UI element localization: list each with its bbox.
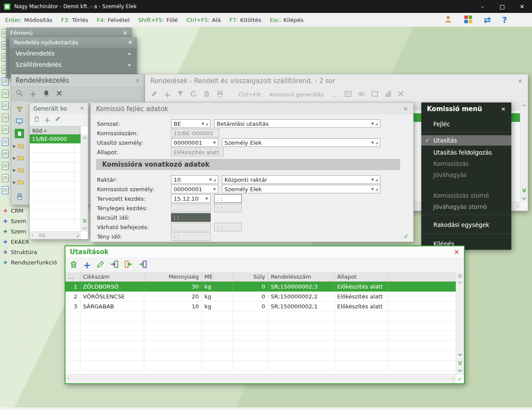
column-header[interactable]: Súly (233, 272, 268, 282)
dock-module-icon[interactable] (2, 114, 9, 122)
scroll-page-down-icon[interactable] (456, 360, 464, 365)
user-icon[interactable] (444, 15, 453, 25)
menu-item-utasitas-feldolgozas[interactable]: Utasítás feldolgozás (421, 147, 511, 158)
add-icon[interactable]: + (44, 115, 50, 124)
horizontal-scrollbar[interactable]: ‹ › (65, 374, 456, 383)
expand-arrow-icon[interactable]: ▶ (13, 168, 16, 172)
empty-row[interactable] (30, 219, 81, 229)
add-icon[interactable]: + (29, 89, 37, 99)
scrollbar-grip[interactable] (39, 233, 45, 237)
preview-eye-icon[interactable] (358, 90, 365, 99)
detail-corner-icon[interactable]: ◢ (375, 187, 378, 191)
add-icon[interactable]: + (164, 90, 171, 100)
module-item-rendszerfunkciok[interactable]: Rendszerfunkció (3, 258, 57, 267)
column-header[interactable]: Állapot (334, 272, 388, 282)
dock-module-icon[interactable] (2, 102, 9, 110)
dropdown-icon[interactable]: ▼ (202, 122, 204, 126)
rendelesek-titlebar[interactable]: Rendelések - Rendelt és visszaigazolt sz… (145, 75, 528, 87)
close-icon[interactable]: ✕ (123, 30, 128, 36)
dropdown-icon[interactable]: ▼ (209, 178, 212, 182)
scroll-down-icon[interactable] (520, 197, 528, 201)
table-row[interactable] (65, 351, 456, 361)
tools-icon[interactable] (398, 90, 404, 99)
delete-icon[interactable] (69, 260, 78, 270)
scroll-left-icon[interactable]: ‹ (31, 232, 34, 238)
scroll-end-icon[interactable] (456, 369, 464, 373)
horizontal-scrollbar[interactable]: ‹ ✓ (30, 231, 81, 239)
column-header[interactable]: ... (65, 272, 80, 282)
empty-row[interactable] (30, 143, 81, 153)
komissiozo-code-combo[interactable]: 00000001▼ (171, 185, 218, 193)
utasito-name-combo[interactable]: Személy Elek▼◢ (222, 138, 380, 147)
filter-icon[interactable] (15, 105, 24, 114)
empty-row[interactable] (30, 181, 81, 191)
dock-module-icon[interactable] (2, 162, 9, 170)
dropdown-icon[interactable]: ▼ (213, 187, 216, 191)
column-header[interactable]: Rendelésszám (268, 272, 334, 282)
scroll-up-icon[interactable] (81, 136, 88, 139)
column-header[interactable]: Mennyiség (144, 272, 202, 282)
edit-icon[interactable] (54, 115, 61, 124)
search-icon[interactable] (16, 89, 23, 99)
shortcut-esc-kilepes[interactable]: Esc:Kilépés (270, 17, 303, 23)
raktar-code-combo[interactable]: 10▼◢ (171, 175, 218, 184)
tree-folder-node[interactable]: ▶ (13, 179, 24, 186)
empty-row[interactable] (30, 153, 81, 162)
table-row[interactable] (65, 341, 456, 351)
column-header[interactable]: Cikkszám (80, 272, 144, 282)
vertical-scrollbar[interactable] (81, 134, 88, 232)
tree-folder-node[interactable]: ▶ (13, 143, 24, 149)
print-icon[interactable] (216, 90, 224, 99)
module-item-szem-2[interactable]: Szem (3, 227, 26, 236)
utasitasok-titlebar[interactable]: Utasítások ✕ (65, 246, 464, 258)
dropdown-icon[interactable]: ▼ (213, 141, 216, 145)
shortcut-f4-felvetel[interactable]: F4:Felvétel (97, 17, 130, 23)
monitor-icon[interactable] (15, 117, 24, 126)
table-row[interactable] (65, 361, 456, 371)
dropdown-icon[interactable]: ▼ (205, 197, 208, 201)
dialog-titlebar[interactable]: Komissió fejléc adatok ✕ (91, 103, 413, 115)
shortcut-ctrlf5-ala[interactable]: Ctrl+F5:Alá (187, 17, 221, 23)
scroll-up-icon[interactable] (456, 281, 464, 284)
expand-arrow-icon[interactable]: ▶ (13, 144, 16, 148)
scroll-down-icon[interactable] (456, 353, 464, 357)
empty-row[interactable] (30, 191, 81, 200)
tree-folder-node[interactable]: ▶ (13, 155, 24, 162)
scroll-page-up-icon[interactable] (456, 274, 464, 279)
table-row[interactable]: 1 ZÖLDBORSÓ 30 kg 0 SR;150000002;3 Előké… (65, 282, 456, 292)
confirm-check-icon[interactable]: ✓ (76, 233, 80, 239)
tools-icon[interactable] (56, 90, 62, 98)
scroll-right-icon[interactable]: › (516, 203, 519, 209)
dropdown-icon[interactable]: ▼ (371, 122, 374, 126)
detail-corner-icon[interactable]: ◢ (375, 178, 378, 182)
dropdown-icon[interactable]: ▼ (371, 141, 374, 145)
tervezett-ido-field[interactable]: : : (214, 194, 242, 203)
vertical-scrollbar[interactable] (520, 102, 528, 202)
empty-row[interactable] (30, 210, 81, 219)
column-header-kod[interactable]: Kód ▲ (30, 126, 80, 135)
edit-icon[interactable] (96, 260, 105, 270)
rendeleskezeles-titlebar[interactable]: Rendeléskezelés ✕ (11, 75, 144, 87)
close-icon[interactable]: ✕ (518, 78, 523, 84)
detail-corner-icon[interactable]: ◢ (213, 178, 216, 182)
selected-row[interactable]: 15/BE-00000 (30, 134, 81, 143)
table-row[interactable] (65, 311, 456, 321)
becsult-ido-field[interactable]: : : (171, 213, 211, 222)
dock-module-icon[interactable] (2, 126, 9, 134)
selected-node-icon[interactable] (15, 129, 24, 138)
generalt-titlebar[interactable]: Generált ko ✕ (30, 103, 88, 114)
refresh-icon[interactable] (190, 90, 197, 99)
scroll-right-icon[interactable]: › (452, 376, 454, 382)
dropdown-icon[interactable]: ▼ (371, 178, 374, 182)
rendeles-nyilvantartas-titlebar[interactable]: Rendelés-nyilvántartás ✕ (9, 37, 137, 48)
notify-icon[interactable] (43, 90, 50, 99)
delete-icon[interactable] (203, 90, 211, 99)
delete-icon[interactable] (33, 115, 40, 124)
close-icon[interactable]: ✕ (454, 248, 460, 256)
import-row-icon[interactable] (124, 260, 133, 270)
chart-icon[interactable] (384, 90, 392, 99)
window-titlebar[interactable]: Nagy Machinátor - Demó kft. - a - Személ… (0, 0, 532, 13)
menu-item-rakodasi-egysegek[interactable]: Rakodási egységek (421, 220, 511, 230)
apps-grid-icon[interactable] (464, 15, 473, 25)
dock-module-icon[interactable] (2, 174, 9, 182)
